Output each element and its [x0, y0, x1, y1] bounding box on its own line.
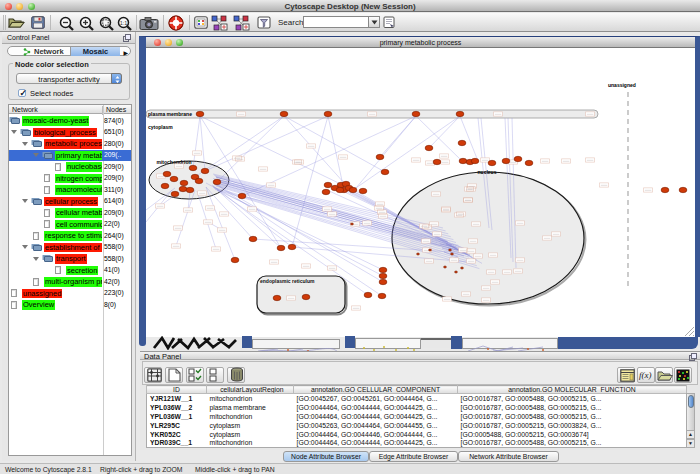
svg-text:unassigned: unassigned [608, 82, 636, 88]
svg-text:mitochondrion: mitochondrion [157, 159, 192, 165]
svg-text:endoplasmic reticulum: endoplasmic reticulum [260, 278, 315, 284]
svg-text:nucleus: nucleus [478, 169, 497, 175]
svg-text:plasma membrane: plasma membrane [148, 111, 192, 117]
svg-text:1:1: 1:1 [120, 20, 128, 26]
svg-text:cytoplasm: cytoplasm [148, 124, 173, 130]
